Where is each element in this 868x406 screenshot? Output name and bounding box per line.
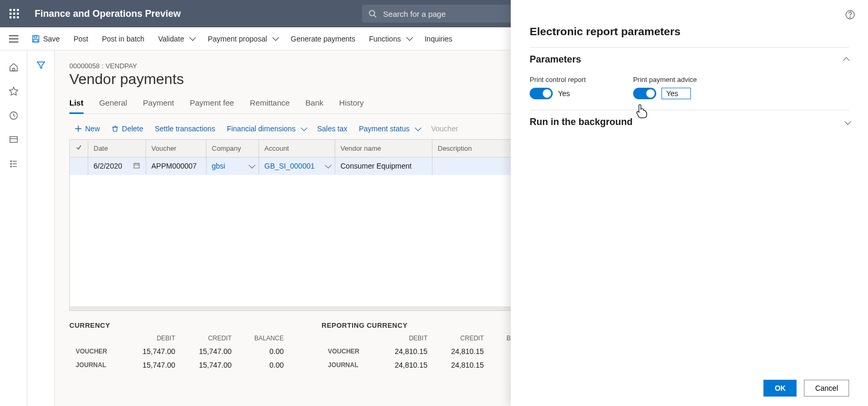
print-control-report-toggle[interactable] — [530, 88, 553, 99]
svg-rect-5 — [13, 68, 15, 71]
svg-rect-7 — [10, 137, 17, 142]
panel-title: Electronic report parameters — [530, 25, 849, 38]
row-checkbox[interactable] — [70, 158, 88, 175]
cell-voucher[interactable]: APPM000007 — [146, 158, 206, 175]
recent-icon[interactable] — [6, 108, 21, 123]
chevron-down-icon[interactable] — [246, 162, 253, 170]
nav-hamburger[interactable] — [5, 30, 22, 47]
help-icon[interactable] — [845, 9, 855, 22]
sales-tax-button[interactable]: Sales tax — [317, 124, 347, 133]
tab-history[interactable]: History — [339, 93, 364, 113]
app-launcher-icon[interactable] — [9, 9, 19, 18]
cancel-button[interactable]: Cancel — [804, 380, 849, 397]
payment-proposal-dropdown[interactable]: Payment proposal — [208, 35, 277, 43]
print-control-report-value: Yes — [558, 89, 570, 98]
reporting-totals-title: REPORTING CURRENCY — [322, 321, 542, 329]
svg-line-1 — [374, 15, 376, 17]
payment-status-dropdown[interactable]: Payment status — [359, 124, 420, 133]
generate-payments-button[interactable]: Generate payments — [291, 35, 355, 43]
post-in-batch-button[interactable]: Post in batch — [102, 35, 144, 43]
ok-button[interactable]: OK — [763, 380, 797, 397]
post-button[interactable]: Post — [74, 35, 88, 43]
col-date[interactable]: Date — [88, 140, 146, 158]
plus-icon — [75, 125, 82, 132]
svg-rect-3 — [34, 36, 37, 38]
svg-point-0 — [369, 11, 375, 16]
tab-payment-fee[interactable]: Payment fee — [190, 93, 234, 113]
print-payment-advice-field: Print payment advice Yes — [633, 76, 697, 99]
tab-remittance[interactable]: Remittance — [250, 93, 290, 113]
print-payment-advice-toggle[interactable] — [633, 88, 656, 99]
chevron-down-icon — [842, 117, 849, 128]
select-all-checkbox[interactable] — [70, 140, 88, 158]
save-button[interactable]: Save — [32, 35, 60, 43]
cell-date[interactable]: 6/2/2020 — [88, 158, 146, 175]
print-control-report-field: Print control report Yes — [530, 76, 586, 99]
cell-account[interactable]: GB_SI_000001 — [259, 158, 335, 175]
tab-general[interactable]: General — [99, 93, 127, 113]
save-icon — [32, 35, 40, 43]
chevron-down-icon[interactable] — [323, 162, 329, 170]
col-account[interactable]: Account — [259, 140, 335, 158]
parameters-panel: Electronic report parameters Parameters … — [511, 0, 868, 406]
home-icon[interactable] — [6, 60, 21, 75]
modules-icon[interactable] — [6, 157, 21, 171]
col-company[interactable]: Company — [206, 140, 259, 158]
parameters-section-header[interactable]: Parameters — [530, 54, 849, 65]
app-title: Finance and Operations Preview — [35, 8, 181, 19]
svg-point-13 — [11, 166, 12, 167]
calendar-icon[interactable] — [133, 162, 140, 169]
chevron-up-icon — [842, 54, 849, 65]
print-payment-advice-value[interactable]: Yes — [662, 88, 691, 99]
filter-icon[interactable] — [36, 60, 46, 406]
svg-point-9 — [11, 161, 12, 162]
validate-dropdown[interactable]: Validate — [158, 35, 194, 43]
search-icon — [368, 9, 377, 18]
col-voucher[interactable]: Voucher — [146, 140, 206, 158]
currency-totals-title: CURRENCY — [69, 321, 290, 329]
tab-list[interactable]: List — [69, 93, 84, 113]
new-button[interactable]: New — [75, 124, 100, 133]
financial-dimensions-dropdown[interactable]: Financial dimensions — [227, 124, 306, 133]
inquiries-button[interactable]: Inquiries — [425, 35, 452, 43]
background-section-header[interactable]: Run in the background — [530, 117, 849, 128]
filter-column — [27, 50, 55, 406]
svg-rect-17 — [134, 163, 139, 168]
background-section: Run in the background — [530, 110, 849, 372]
parameters-section: Parameters Print control report Yes Prin… — [530, 47, 849, 110]
svg-point-11 — [11, 163, 12, 164]
workspaces-icon[interactable] — [6, 132, 21, 147]
tab-bank[interactable]: Bank — [305, 93, 323, 113]
left-rail — [0, 50, 27, 406]
favorites-icon[interactable] — [6, 84, 21, 99]
functions-dropdown[interactable]: Functions — [369, 35, 411, 43]
delete-button[interactable]: Delete — [111, 124, 143, 133]
cell-vendor-name[interactable]: Consumer Equipment — [335, 158, 432, 175]
tab-payment[interactable]: Payment — [143, 93, 174, 113]
settle-transactions-button[interactable]: Settle transactions — [154, 124, 215, 133]
svg-rect-4 — [34, 39, 38, 42]
col-vendor-name[interactable]: Vendor name — [335, 140, 432, 158]
voucher-button[interactable]: Voucher — [431, 124, 458, 133]
trash-icon — [111, 125, 119, 132]
svg-point-22 — [850, 17, 850, 17]
cell-company[interactable]: gbsi — [206, 158, 259, 175]
panel-footer: OK Cancel — [530, 372, 849, 397]
